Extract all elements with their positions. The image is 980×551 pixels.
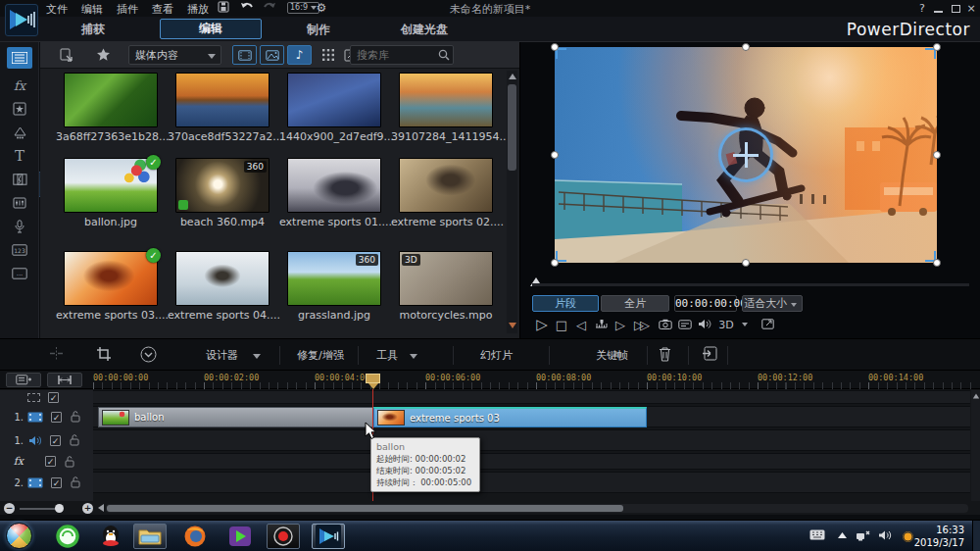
media-item[interactable]: extreme sports 02.... <box>391 158 501 228</box>
show-desktop-button[interactable] <box>972 521 980 551</box>
delete-trash-icon[interactable] <box>659 346 671 362</box>
previous-frame-button[interactable]: ◁ <box>571 318 591 332</box>
ime-keyboard-icon[interactable] <box>809 529 825 540</box>
resize-handle-e[interactable] <box>933 151 941 159</box>
media-room-icon[interactable] <box>7 47 32 69</box>
keyframe-button[interactable]: 关键帧 <box>596 348 628 363</box>
volume-speaker-icon[interactable] <box>695 318 714 332</box>
particle-room-icon[interactable] <box>7 122 32 143</box>
tab-capture[interactable]: 捕获 <box>81 22 105 38</box>
media-item[interactable]: ✓ ballon.jpg <box>56 158 166 228</box>
start-button[interactable] <box>6 523 32 549</box>
content-filter-dropdown[interactable]: 媒体内容 <box>128 45 221 65</box>
tray-status-dot-icon[interactable] <box>903 531 913 542</box>
undo-icon[interactable] <box>240 1 256 15</box>
move-target-icon[interactable] <box>718 127 773 182</box>
timeline-clip-ballon[interactable]: ballon <box>98 407 373 427</box>
zoom-in-button[interactable]: + <box>82 503 93 514</box>
resize-handle-s[interactable] <box>742 259 750 267</box>
network-icon[interactable] <box>856 529 870 541</box>
track-lock-icon[interactable] <box>71 476 80 488</box>
subtitle-room-icon[interactable]: ... <box>7 263 32 284</box>
subtitle-track-lane[interactable] <box>93 390 970 404</box>
filter-music-icon[interactable]: ♪ <box>287 45 312 65</box>
zoom-out-button[interactable]: − <box>4 503 15 514</box>
voiceover-room-icon[interactable] <box>7 216 32 237</box>
tab-produce[interactable]: 制作 <box>307 22 330 38</box>
clip-options-icon[interactable] <box>140 346 157 363</box>
media-item[interactable]: 1440x900_2d7edf9... <box>279 73 389 143</box>
subtitle-track-header[interactable]: ✓ <box>0 390 93 404</box>
save-icon[interactable] <box>218 1 233 15</box>
taskbar-clock[interactable]: 16:33 2019/3/17 <box>914 524 964 549</box>
settings-gear-icon[interactable]: ⚙ <box>314 1 329 15</box>
resize-handle-sw[interactable] <box>551 259 559 267</box>
stop-button[interactable]: □ <box>552 318 571 332</box>
library-scrollbar[interactable] <box>507 71 517 333</box>
tab-create-disc[interactable]: 创建光盘 <box>401 22 448 38</box>
range-select-icon[interactable] <box>47 373 82 387</box>
tray-expand-icon[interactable] <box>838 532 847 538</box>
resize-handle-se[interactable] <box>933 259 941 267</box>
clip-mode-button[interactable]: 片段 <box>532 295 599 312</box>
fast-forward-button[interactable]: ▷▷ <box>630 318 650 332</box>
track-lock-icon[interactable] <box>65 456 74 468</box>
scroll-up-icon[interactable] <box>509 74 516 79</box>
help-button[interactable]: ? <box>915 2 929 15</box>
play-button[interactable]: ▷ <box>532 316 552 333</box>
threed-toggle[interactable]: 3D <box>714 319 738 331</box>
menu-edit[interactable]: 编辑 <box>81 2 103 17</box>
media-item[interactable]: extreme sports 01.... <box>279 158 389 228</box>
fx-track-lane[interactable] <box>93 453 970 470</box>
powerdirector-taskbar-icon[interactable] <box>312 524 345 549</box>
split-clip-icon[interactable] <box>49 346 64 361</box>
timeline-vscrollbar[interactable] <box>971 390 980 501</box>
step-button[interactable] <box>591 318 611 332</box>
track-manager-icon[interactable] <box>6 373 41 387</box>
fx-track-header[interactable]: fx ✓ <box>0 453 93 470</box>
threed-dropdown-icon[interactable] <box>742 323 748 326</box>
zoom-slider-knob[interactable] <box>55 504 64 513</box>
media-item[interactable]: 360 grassland.jpg <box>279 251 389 322</box>
media-item[interactable]: 360 beach 360.mp4 <box>168 158 277 228</box>
resize-handle-nw[interactable] <box>551 43 559 51</box>
browser-360-icon[interactable] <box>51 524 84 549</box>
fix-enhance-button[interactable]: 修复/增强 <box>297 348 344 363</box>
media-item[interactable]: extreme sports 04.... <box>168 251 277 322</box>
view-grid-icon[interactable] <box>318 45 338 65</box>
track-lock-icon[interactable] <box>71 411 80 423</box>
audio-mixing-room-icon[interactable] <box>7 192 32 214</box>
minimize-button[interactable] <box>934 11 943 13</box>
media-player-icon[interactable] <box>223 524 257 549</box>
scroll-left-icon[interactable] <box>98 504 104 512</box>
track-lock-icon[interactable] <box>70 434 79 446</box>
preview-seekbar[interactable] <box>532 283 969 286</box>
audio-track1-header[interactable]: 1. ✓ <box>0 429 93 451</box>
track-enable-checkbox[interactable]: ✓ <box>51 412 62 423</box>
tools-dropdown-icon[interactable] <box>410 354 417 359</box>
scroll-down-icon[interactable] <box>509 323 516 328</box>
video-track2-header[interactable]: 2. ✓ <box>0 472 93 493</box>
undock-window-icon[interactable] <box>758 318 777 332</box>
menu-play[interactable]: 播放 <box>187 2 209 17</box>
import-media-icon[interactable] <box>54 45 77 65</box>
filter-video-icon[interactable] <box>232 45 257 65</box>
video-track1-header[interactable]: 1. ✓ <box>0 406 93 427</box>
track-enable-checkbox[interactable]: ✓ <box>50 435 61 446</box>
preview-canvas[interactable] <box>555 47 937 263</box>
tab-edit[interactable]: 编辑 <box>160 19 262 39</box>
firefox-icon[interactable] <box>178 524 212 549</box>
timeline-ruler[interactable]: 00:00:00:00 00:00:02:00 00:00:04:00 00:0… <box>0 371 980 389</box>
movie-mode-button[interactable]: 全片 <box>601 295 669 312</box>
transition-room-icon[interactable] <box>7 169 32 190</box>
video-track2-lane[interactable] <box>93 472 970 493</box>
track-enable-checkbox[interactable]: ✓ <box>48 392 59 403</box>
chapter-room-icon[interactable]: 123 <box>7 239 32 261</box>
redo-icon[interactable] <box>263 1 278 15</box>
timeline-clip-extreme-sports-03[interactable]: extreme sports 03 <box>373 407 647 427</box>
restore-button[interactable] <box>952 5 960 13</box>
timeline-hscrollbar[interactable] <box>106 504 968 513</box>
preview-quality-icon[interactable] <box>675 318 695 332</box>
media-item[interactable]: ✓ extreme sports 03.... <box>56 251 166 322</box>
resize-handle-ne[interactable] <box>933 43 941 51</box>
